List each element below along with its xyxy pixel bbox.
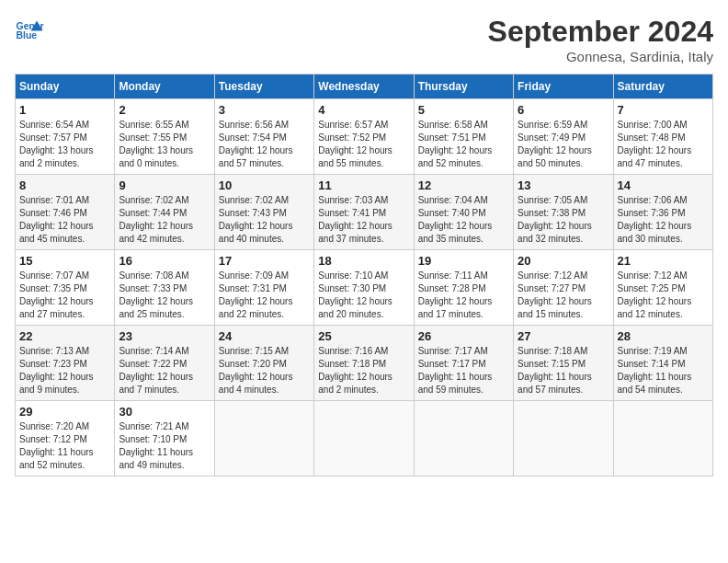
day-number: 1 [19, 103, 110, 117]
day-number: 5 [418, 103, 509, 117]
day-number: 10 [219, 178, 310, 192]
calendar-cell: 4Sunrise: 6:57 AM Sunset: 7:52 PM Daylig… [314, 99, 414, 175]
day-number: 14 [618, 178, 709, 192]
calendar-cell: 1Sunrise: 6:54 AM Sunset: 7:57 PM Daylig… [16, 99, 115, 175]
day-number: 17 [219, 254, 310, 268]
day-info: Sunrise: 6:57 AM Sunset: 7:52 PM Dayligh… [318, 119, 409, 170]
calendar-cell: 24Sunrise: 7:15 AM Sunset: 7:20 PM Dayli… [214, 326, 313, 401]
day-number: 9 [119, 178, 210, 192]
calendar-cell: 8Sunrise: 7:01 AM Sunset: 7:46 PM Daylig… [16, 175, 115, 250]
calendar-cell [214, 401, 313, 477]
calendar-cell [314, 401, 414, 477]
calendar-cell: 15Sunrise: 7:07 AM Sunset: 7:35 PM Dayli… [16, 250, 115, 326]
day-info: Sunrise: 7:03 AM Sunset: 7:41 PM Dayligh… [318, 194, 409, 246]
day-info: Sunrise: 7:08 AM Sunset: 7:33 PM Dayligh… [119, 270, 210, 321]
day-info: Sunrise: 7:15 AM Sunset: 7:20 PM Dayligh… [219, 345, 310, 396]
day-number: 15 [19, 254, 110, 268]
calendar-cell [613, 401, 712, 477]
day-info: Sunrise: 7:01 AM Sunset: 7:46 PM Dayligh… [19, 194, 110, 246]
day-number: 6 [518, 103, 609, 117]
month-title: September 2024 [488, 15, 713, 49]
day-header-wednesday: Wednesday [314, 75, 414, 99]
day-number: 4 [318, 103, 409, 117]
calendar-cell: 11Sunrise: 7:03 AM Sunset: 7:41 PM Dayli… [314, 175, 414, 250]
calendar-cell: 21Sunrise: 7:12 AM Sunset: 7:25 PM Dayli… [613, 250, 712, 326]
day-number: 7 [618, 103, 709, 117]
day-info: Sunrise: 6:58 AM Sunset: 7:51 PM Dayligh… [418, 119, 509, 170]
day-number: 23 [119, 329, 210, 343]
day-info: Sunrise: 7:02 AM Sunset: 7:44 PM Dayligh… [119, 194, 210, 246]
day-number: 28 [618, 329, 709, 343]
day-number: 2 [119, 103, 210, 117]
calendar-cell [414, 401, 513, 477]
calendar-cell: 18Sunrise: 7:10 AM Sunset: 7:30 PM Dayli… [314, 250, 414, 326]
calendar-cell: 23Sunrise: 7:14 AM Sunset: 7:22 PM Dayli… [115, 326, 214, 401]
day-number: 20 [518, 254, 609, 268]
calendar-cell: 5Sunrise: 6:58 AM Sunset: 7:51 PM Daylig… [414, 99, 513, 175]
day-header-friday: Friday [514, 75, 613, 99]
calendar-cell: 13Sunrise: 7:05 AM Sunset: 7:38 PM Dayli… [514, 175, 613, 250]
day-header-monday: Monday [115, 75, 214, 99]
calendar-cell: 2Sunrise: 6:55 AM Sunset: 7:55 PM Daylig… [115, 99, 214, 175]
day-number: 16 [119, 254, 210, 268]
day-header-thursday: Thursday [414, 75, 513, 99]
logo: General Blue [15, 15, 44, 44]
calendar-cell: 3Sunrise: 6:56 AM Sunset: 7:54 PM Daylig… [214, 99, 313, 175]
page-header: General Blue September 2024 Gonnesa, Sar… [15, 15, 713, 64]
calendar-cell: 25Sunrise: 7:16 AM Sunset: 7:18 PM Dayli… [314, 326, 414, 401]
day-number: 12 [418, 178, 509, 192]
day-info: Sunrise: 7:16 AM Sunset: 7:18 PM Dayligh… [318, 345, 409, 396]
day-number: 29 [19, 405, 110, 419]
calendar-cell: 12Sunrise: 7:04 AM Sunset: 7:40 PM Dayli… [414, 175, 513, 250]
calendar-cell: 29Sunrise: 7:20 AM Sunset: 7:12 PM Dayli… [16, 401, 115, 477]
calendar-cell: 6Sunrise: 6:59 AM Sunset: 7:49 PM Daylig… [514, 99, 613, 175]
day-number: 11 [318, 178, 409, 192]
day-number: 26 [418, 329, 509, 343]
day-number: 19 [418, 254, 509, 268]
day-info: Sunrise: 6:55 AM Sunset: 7:55 PM Dayligh… [119, 119, 210, 170]
location-subtitle: Gonnesa, Sardinia, Italy [488, 49, 713, 64]
calendar-cell: 14Sunrise: 7:06 AM Sunset: 7:36 PM Dayli… [613, 175, 712, 250]
day-info: Sunrise: 7:20 AM Sunset: 7:12 PM Dayligh… [19, 420, 110, 472]
calendar-cell: 16Sunrise: 7:08 AM Sunset: 7:33 PM Dayli… [115, 250, 214, 326]
calendar-table: SundayMondayTuesdayWednesdayThursdayFrid… [15, 74, 713, 477]
day-info: Sunrise: 7:19 AM Sunset: 7:14 PM Dayligh… [618, 345, 709, 396]
day-info: Sunrise: 7:04 AM Sunset: 7:40 PM Dayligh… [418, 194, 509, 246]
day-header-sunday: Sunday [16, 75, 115, 99]
calendar-cell: 19Sunrise: 7:11 AM Sunset: 7:28 PM Dayli… [414, 250, 513, 326]
day-info: Sunrise: 7:09 AM Sunset: 7:31 PM Dayligh… [219, 270, 310, 321]
day-number: 18 [318, 254, 409, 268]
day-number: 22 [19, 329, 110, 343]
day-info: Sunrise: 7:11 AM Sunset: 7:28 PM Dayligh… [418, 270, 509, 321]
day-info: Sunrise: 7:13 AM Sunset: 7:23 PM Dayligh… [19, 345, 110, 396]
calendar-cell: 28Sunrise: 7:19 AM Sunset: 7:14 PM Dayli… [613, 326, 712, 401]
calendar-cell: 17Sunrise: 7:09 AM Sunset: 7:31 PM Dayli… [214, 250, 313, 326]
day-header-tuesday: Tuesday [214, 75, 313, 99]
calendar-cell: 27Sunrise: 7:18 AM Sunset: 7:15 PM Dayli… [514, 326, 613, 401]
day-info: Sunrise: 7:14 AM Sunset: 7:22 PM Dayligh… [119, 345, 210, 396]
day-info: Sunrise: 7:02 AM Sunset: 7:43 PM Dayligh… [219, 194, 310, 246]
calendar-cell: 20Sunrise: 7:12 AM Sunset: 7:27 PM Dayli… [514, 250, 613, 326]
calendar-cell: 10Sunrise: 7:02 AM Sunset: 7:43 PM Dayli… [214, 175, 313, 250]
calendar-cell [514, 401, 613, 477]
day-number: 27 [518, 329, 609, 343]
calendar-cell: 30Sunrise: 7:21 AM Sunset: 7:10 PM Dayli… [115, 401, 214, 477]
svg-text:Blue: Blue [17, 30, 38, 40]
day-number: 30 [119, 405, 210, 419]
calendar-cell: 22Sunrise: 7:13 AM Sunset: 7:23 PM Dayli… [16, 326, 115, 401]
day-number: 13 [518, 178, 609, 192]
day-info: Sunrise: 6:54 AM Sunset: 7:57 PM Dayligh… [19, 119, 110, 170]
calendar-cell: 9Sunrise: 7:02 AM Sunset: 7:44 PM Daylig… [115, 175, 214, 250]
day-info: Sunrise: 7:06 AM Sunset: 7:36 PM Dayligh… [618, 194, 709, 246]
day-number: 25 [318, 329, 409, 343]
day-info: Sunrise: 7:07 AM Sunset: 7:35 PM Dayligh… [19, 270, 110, 321]
day-info: Sunrise: 7:10 AM Sunset: 7:30 PM Dayligh… [318, 270, 409, 321]
calendar-cell: 26Sunrise: 7:17 AM Sunset: 7:17 PM Dayli… [414, 326, 513, 401]
day-info: Sunrise: 7:17 AM Sunset: 7:17 PM Dayligh… [418, 345, 509, 396]
calendar-cell: 7Sunrise: 7:00 AM Sunset: 7:48 PM Daylig… [613, 99, 712, 175]
day-number: 8 [19, 178, 110, 192]
day-info: Sunrise: 7:05 AM Sunset: 7:38 PM Dayligh… [518, 194, 609, 246]
day-info: Sunrise: 7:12 AM Sunset: 7:27 PM Dayligh… [518, 270, 609, 321]
logo-icon: General Blue [15, 15, 44, 44]
day-info: Sunrise: 7:21 AM Sunset: 7:10 PM Dayligh… [119, 420, 210, 472]
